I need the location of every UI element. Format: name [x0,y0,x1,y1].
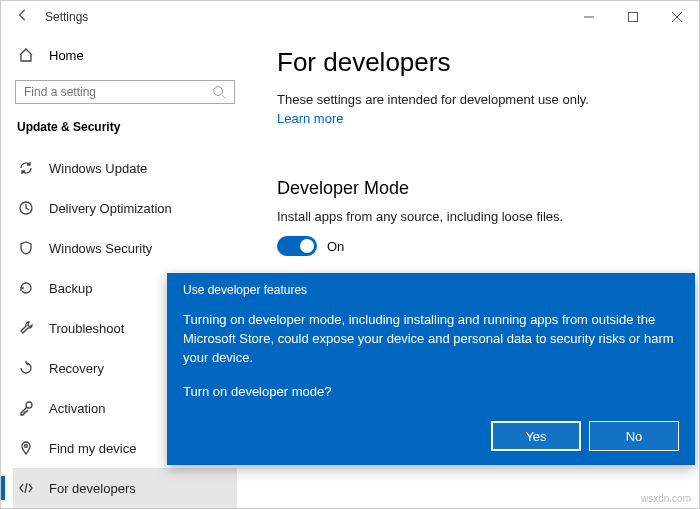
sidebar-item-label: Windows Update [49,161,147,176]
maximize-icon [628,12,638,22]
backup-icon [17,279,35,297]
svg-point-6 [25,445,28,448]
minimize-icon [584,12,594,22]
sidebar-item-windows-update[interactable]: Windows Update [13,148,237,188]
sidebar-item-label: Find my device [49,441,136,456]
home-icon [17,46,35,64]
svg-rect-1 [629,13,638,22]
code-icon [17,479,35,497]
search-input[interactable] [15,80,235,104]
sidebar-home-label: Home [49,48,84,63]
sidebar-home[interactable]: Home [13,41,237,70]
sidebar-category: Update & Security [17,120,237,134]
back-button[interactable] [1,8,45,26]
recovery-icon [17,359,35,377]
optimization-icon [17,199,35,217]
minimize-button[interactable] [567,1,611,33]
shield-icon [17,239,35,257]
learn-more-link[interactable]: Learn more [277,111,343,126]
section-heading: Developer Mode [277,178,671,199]
search-icon [212,85,226,99]
location-icon [17,439,35,457]
key-icon [17,399,35,417]
sidebar-item-label: Activation [49,401,105,416]
sidebar-item-windows-security[interactable]: Windows Security [13,228,237,268]
section-description: Install apps from any source, including … [277,209,671,224]
developer-mode-toggle[interactable] [277,236,317,256]
sidebar-item-label: Troubleshoot [49,321,124,336]
sidebar-item-label: Delivery Optimization [49,201,172,216]
wrench-icon [17,319,35,337]
dialog-question: Turn on developer mode? [183,384,679,399]
sidebar-item-label: Backup [49,281,92,296]
dialog-no-button[interactable]: No [589,421,679,451]
window-title: Settings [45,10,88,24]
svg-point-2 [214,87,223,96]
close-button[interactable] [655,1,699,33]
sidebar-item-label: Recovery [49,361,104,376]
sync-icon [17,159,35,177]
developer-features-dialog: Use developer features Turning on develo… [167,273,695,465]
search-field[interactable] [24,85,212,99]
arrow-left-icon [16,8,30,22]
window-controls [567,1,699,33]
sidebar-item-label: For developers [49,481,136,496]
page-intro: These settings are intended for developm… [277,92,671,107]
close-icon [672,12,682,22]
toggle-label: On [327,239,344,254]
developer-mode-toggle-row: On [277,236,671,256]
dialog-body: Turning on developer mode, including ins… [183,311,679,368]
maximize-button[interactable] [611,1,655,33]
dialog-title: Use developer features [183,283,679,297]
window-titlebar: Settings [1,1,699,33]
dialog-buttons: Yes No [491,421,679,451]
dialog-yes-button[interactable]: Yes [491,421,581,451]
watermark: wsxdn.com [641,493,691,504]
sidebar-item-delivery-optimization[interactable]: Delivery Optimization [13,188,237,228]
sidebar-item-label: Windows Security [49,241,152,256]
sidebar-item-for-developers[interactable]: For developers [13,468,237,508]
page-title: For developers [277,47,671,78]
svg-line-3 [222,94,226,98]
